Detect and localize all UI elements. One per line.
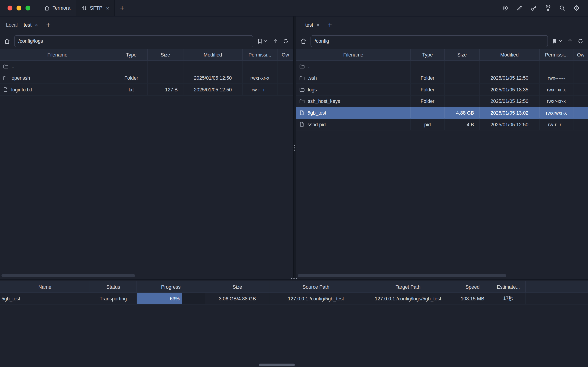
settings-icon[interactable]: ⚙ — [573, 5, 580, 12]
panel-splitter[interactable] — [293, 17, 296, 280]
left-file-table: Filename Type Size Modified Permissi... … — [0, 49, 293, 96]
branch-icon[interactable] — [545, 5, 551, 11]
modified-cell: 2025/01/05 12:50 — [480, 119, 540, 130]
left-pathbar — [0, 33, 293, 49]
close-icon[interactable]: × — [316, 22, 320, 27]
header-type[interactable]: Type — [115, 49, 148, 60]
file-row[interactable]: ssh_host_keys Folder 2025/01/05 12:50 rw… — [296, 96, 588, 107]
modified-cell: 2025/01/05 12:50 — [183, 72, 243, 83]
modified-cell: 2025/01/05 12:50 — [480, 96, 540, 107]
bookmark-button[interactable] — [552, 38, 562, 44]
header-filename[interactable]: Filename — [296, 49, 411, 60]
tab-test-left[interactable]: test × — [21, 19, 41, 30]
header-status[interactable]: Status — [90, 281, 137, 292]
chevron-down-icon — [264, 39, 268, 43]
refresh-button[interactable] — [283, 38, 289, 44]
transfer-panel: Name Status Progress Size Source Path Ta… — [0, 279, 588, 367]
zoom-window-button[interactable] — [26, 6, 30, 10]
transfer-progress-cell: 63% — [137, 293, 205, 304]
tab-sftp[interactable]: SFTP × — [76, 0, 115, 16]
header-modified[interactable]: Modified — [183, 49, 243, 60]
parent-directory-button[interactable] — [567, 38, 573, 44]
file-row-selected[interactable]: 5gb_test 4.88 GB 2025/01/05 13:02 rwxrwx… — [296, 107, 588, 119]
left-horizontal-scrollbar[interactable] — [2, 274, 135, 277]
tab-test-right[interactable]: test × — [302, 19, 323, 30]
close-icon[interactable]: × — [35, 22, 38, 27]
close-window-button[interactable] — [8, 6, 12, 10]
header-size[interactable]: Size — [445, 49, 480, 60]
file-row[interactable]: .. — [296, 61, 588, 72]
traffic-lights — [0, 6, 30, 10]
left-new-tab-button[interactable]: + — [43, 21, 54, 28]
file-row[interactable]: loginfo.txt txt 127 B 2025/01/05 12:50 r… — [0, 84, 293, 96]
right-file-table: Filename Type Size Modified Permissi... … — [296, 49, 588, 130]
header-progress[interactable]: Progress — [137, 281, 205, 292]
filename-cell: .ssh — [296, 72, 411, 83]
header-target-path[interactable]: Target Path — [362, 281, 454, 292]
modified-cell: 2025/01/05 18:35 — [480, 84, 540, 95]
transfer-size-cell: 3.06 GB/4.88 GB — [205, 293, 270, 304]
tab-termora[interactable]: Termora — [39, 0, 76, 16]
filename-cell: openssh — [0, 72, 115, 83]
header-type[interactable]: Type — [410, 49, 444, 60]
header-modified[interactable]: Modified — [480, 49, 540, 60]
right-new-tab-button[interactable]: + — [324, 21, 336, 28]
permissions-cell: rwxr-xr-x — [540, 96, 573, 107]
header-speed[interactable]: Speed — [454, 281, 491, 292]
refresh-button[interactable] — [577, 38, 583, 44]
bookmark-icon — [257, 38, 263, 44]
header-size[interactable]: Size — [148, 49, 183, 60]
file-row[interactable]: logs Folder 2025/01/05 18:35 rwxr-xr-x — [296, 84, 588, 96]
header-source-path[interactable]: Source Path — [270, 281, 362, 292]
home-icon[interactable] — [4, 38, 10, 44]
size-cell: 4 B — [445, 119, 480, 130]
transfer-source-cell: 127.0.0.1:/config/5gb_test — [270, 293, 362, 304]
file-row[interactable]: .ssh Folder 2025/01/05 12:50 rwx------ — [296, 72, 588, 84]
header-filename[interactable]: Filename — [0, 49, 115, 60]
transfer-panel-grip[interactable] — [291, 278, 297, 279]
permissions-cell — [540, 61, 573, 72]
header-permissions[interactable]: Permissi... — [540, 49, 573, 60]
folder-icon — [299, 98, 305, 104]
header-estimate[interactable]: Estimate... — [491, 281, 526, 292]
size-cell — [148, 72, 183, 83]
left-path-input[interactable] — [14, 35, 253, 47]
right-path-input[interactable] — [311, 35, 548, 47]
key-icon[interactable] — [530, 5, 537, 11]
edit-icon[interactable] — [516, 5, 523, 11]
file-row[interactable]: sshd.pid pid 4 B 2025/01/05 12:50 rw-r--… — [296, 119, 588, 130]
folder-icon — [299, 75, 305, 81]
size-cell — [148, 61, 183, 72]
header-owner[interactable]: Ow — [573, 49, 588, 60]
file-row[interactable]: openssh Folder 2025/01/05 12:50 rwxr-xr-… — [0, 72, 293, 84]
close-icon[interactable]: × — [106, 6, 109, 11]
home-icon[interactable] — [300, 38, 307, 44]
header-size[interactable]: Size — [205, 281, 270, 292]
left-path-buttons — [257, 38, 289, 44]
tab-local[interactable]: Local — [3, 19, 21, 30]
minimize-window-button[interactable] — [17, 6, 21, 10]
size-cell — [445, 96, 480, 107]
permissions-cell: rwxr-xr-x — [540, 84, 573, 95]
file-name: .. — [12, 63, 15, 69]
transfer-row[interactable]: 5gb_test Transporting 63% 3.06 GB/4.88 G… — [0, 293, 588, 305]
transfer-spacer-cell — [526, 293, 588, 304]
transfer-horizontal-scrollbar[interactable] — [259, 364, 295, 366]
splitter-grip[interactable] — [294, 145, 295, 151]
header-name[interactable]: Name — [0, 281, 90, 292]
header-owner[interactable]: Ow — [277, 49, 293, 60]
file-row[interactable]: .. — [0, 61, 293, 72]
search-icon[interactable] — [559, 5, 565, 11]
filename-cell: .. — [0, 61, 115, 72]
filename-cell: 5gb_test — [296, 107, 411, 118]
bookmark-button[interactable] — [257, 38, 268, 44]
size-cell: 4.88 GB — [445, 107, 480, 118]
right-file-panel: test × + — [296, 17, 588, 280]
right-horizontal-scrollbar[interactable] — [298, 274, 506, 277]
parent-directory-button[interactable] — [272, 38, 278, 44]
permissions-cell: rwx------ — [540, 72, 573, 83]
record-icon[interactable] — [502, 5, 509, 11]
new-tab-button[interactable]: + — [116, 5, 128, 12]
header-permissions[interactable]: Permissi... — [243, 49, 278, 60]
size-cell — [445, 84, 480, 95]
